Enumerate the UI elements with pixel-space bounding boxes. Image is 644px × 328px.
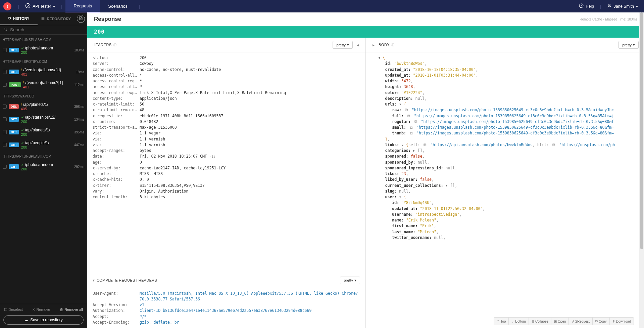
response-title: Response — [94, 16, 121, 23]
json-line: first_name: "Erik", — [371, 223, 639, 229]
cache-info: Remote Cache - Elapsed Time: 183ms — [580, 17, 637, 21]
json-line: sponsored_by: null, — [371, 160, 639, 165]
elapsed-time: 447ms — [74, 143, 84, 147]
deselect-button[interactable]: ☐ Deselect — [4, 308, 23, 312]
action-2request[interactable]: ⇄2Request — [569, 318, 593, 325]
caret-down-icon: ▾ — [347, 43, 349, 47]
header-row: access-control-allow-o…:* — [93, 73, 360, 78]
checkbox[interactable] — [3, 105, 7, 109]
request-header-row: Authorization:Client-ID b8136fdce1ae471e… — [93, 308, 360, 314]
external-link-icon[interactable]: ⧉ — [404, 108, 409, 112]
external-link-icon[interactable]: ⧉ — [408, 131, 414, 135]
header-row: via:1.1 vegur — [93, 130, 360, 136]
sidebar-tab-history[interactable]: ↻ HISTORY — [0, 12, 38, 25]
search-box[interactable] — [0, 25, 87, 35]
history-item[interactable]: POST!/{version}/albums?[1]401112ms — [0, 78, 87, 91]
checkbox[interactable] — [3, 130, 7, 134]
headers-format-selector[interactable]: pretty ▾ — [333, 41, 353, 49]
user-menu[interactable]: Jane Smith ▾ — [604, 0, 641, 12]
header-row: status:200 — [93, 55, 360, 61]
json-line: sponsored: false, — [371, 154, 639, 159]
sidebar-tab-repository[interactable]: ☰ REPOSITORY — [38, 12, 75, 25]
json-line: likes: 23, — [371, 171, 639, 177]
header-row: x-timer:S1541154308.836354,VS0,VE137 — [93, 183, 360, 189]
checkbox[interactable] — [3, 143, 7, 147]
headers-label: HEADERSⓘ — [93, 43, 116, 47]
checkbox[interactable] — [3, 165, 7, 169]
checkbox[interactable] — [3, 48, 7, 52]
check-circle-icon — [25, 3, 31, 9]
header-row: via:1.1 varnish — [93, 142, 360, 148]
json-line: }, — [371, 136, 639, 142]
elapsed-time: 112ms — [74, 83, 84, 87]
collapse-left-button[interactable]: ◂ — [355, 43, 360, 47]
request-headers-format-selector[interactable]: pretty ▾ — [340, 277, 360, 284]
json-line: sponsored_impressions_id: null, — [371, 165, 639, 171]
json-line: current_user_collections: ▸ [], — [371, 183, 639, 189]
save-to-repository-button[interactable]: ☁ Save to repository — [3, 315, 84, 325]
help-circle-icon[interactable]: ⓘ — [391, 43, 395, 47]
external-link-icon[interactable]: ⧉ — [406, 114, 412, 118]
action-open[interactable]: ⊞Open — [551, 318, 569, 325]
json-line: full: ⧉ "https://images.unsplash.com/pho… — [371, 113, 639, 119]
history-item[interactable]: GET✔/api/planets/1/200395ms — [0, 126, 87, 138]
method-badge: GET — [9, 142, 19, 147]
document-plus-icon — [79, 16, 83, 21]
external-link-icon[interactable]: ⧉ — [413, 119, 419, 124]
action-copy[interactable]: ⧉Copy — [593, 318, 609, 325]
help-link[interactable]: Help — [576, 0, 597, 12]
search-input[interactable] — [10, 27, 84, 32]
history-host: HTTPS://API.UNSPLASH.COM — [0, 35, 87, 44]
checkbox[interactable] — [3, 70, 7, 74]
request-header-row: User-Agent:Mozilla/5.0 (Macintosh; Intel… — [93, 291, 360, 302]
header-row: via:1.1 varnish — [93, 136, 360, 142]
caret-down-icon[interactable]: ▾ — [93, 278, 95, 283]
headers-pane: HEADERSⓘ pretty ▾ ◂ status:200server:Cow… — [87, 38, 366, 328]
history-host: HTTPS://SWAPI.CO — [0, 91, 87, 100]
history-item[interactable]: GET✔/api/starships/12/200134ms — [0, 113, 87, 126]
external-link-icon[interactable]: ⧉ — [551, 142, 557, 147]
elapsed-time: 183ms — [74, 48, 84, 52]
body-format-selector[interactable]: pretty ▾ — [618, 41, 639, 49]
remove-button[interactable]: ✕ Remove — [32, 308, 50, 312]
app-selector[interactable]: API Tester ▾ — [22, 0, 58, 12]
check-icon: ✔ — [21, 163, 24, 167]
json-line: raw: ⧉ "https://images.unsplash.com/phot… — [371, 107, 639, 113]
history-host: HTTPS://API.UNSPLASH.COM — [0, 151, 87, 160]
warning-icon: ! — [21, 103, 22, 107]
tab-requests[interactable]: Requests — [65, 0, 100, 12]
json-line: height: 3648, — [371, 84, 639, 90]
header-row: vary:Origin, Authorization — [93, 189, 360, 194]
history-item[interactable]: GET✔/api/people/1/200447ms — [0, 138, 87, 151]
history-item[interactable]: DEL!/api/planets/1/405398ms — [0, 100, 87, 113]
repository-icon: ☰ — [41, 16, 45, 21]
json-line: categories: ▸ [], — [371, 148, 639, 154]
action-top[interactable]: ⌃Top — [494, 318, 509, 325]
action-collapse[interactable]: ⊟Collapse — [529, 318, 551, 325]
history-item[interactable]: GET✔/photos/random200292ms — [0, 160, 87, 173]
help-circle-icon[interactable]: ⓘ — [113, 43, 117, 47]
history-item[interactable]: GET✔/photos/random200183ms — [0, 44, 87, 56]
history-item[interactable]: GET!/{version}/albums/{id}40119ms — [0, 66, 87, 78]
warning-icon: ! — [21, 68, 22, 72]
tab-scenarios[interactable]: Scenarios — [100, 0, 136, 12]
app-logo[interactable]: t — [3, 2, 11, 10]
complete-request-headers-label: COMPLETE REQUEST HEADERS — [97, 278, 157, 282]
svg-point-4 — [4, 28, 6, 30]
collapse-right-button[interactable]: ▸ — [371, 43, 376, 47]
checkbox[interactable] — [3, 83, 7, 87]
add-request-button[interactable] — [77, 15, 85, 23]
remove-all-button[interactable]: 🗑 Remove all — [60, 308, 83, 312]
json-line: links: ▸ {self: ⧉ "https://api.unsplash.… — [371, 142, 639, 148]
action-download[interactable]: ⬇Download — [610, 318, 634, 325]
check-icon: ✔ — [21, 116, 24, 119]
external-link-icon[interactable]: ⧉ — [422, 142, 428, 147]
history-list: HTTPS://API.UNSPLASH.COMGET✔/photos/rand… — [0, 35, 87, 304]
search-icon — [3, 27, 7, 32]
header-row: x-ratelimit-limit:50 — [93, 101, 360, 107]
checkbox[interactable] — [3, 117, 7, 121]
method-badge: POST — [9, 82, 21, 87]
external-link-icon[interactable]: ⧉ — [408, 125, 414, 130]
scrollbar[interactable] — [639, 12, 644, 328]
action-bottom[interactable]: ⌄Bottom — [509, 318, 529, 325]
